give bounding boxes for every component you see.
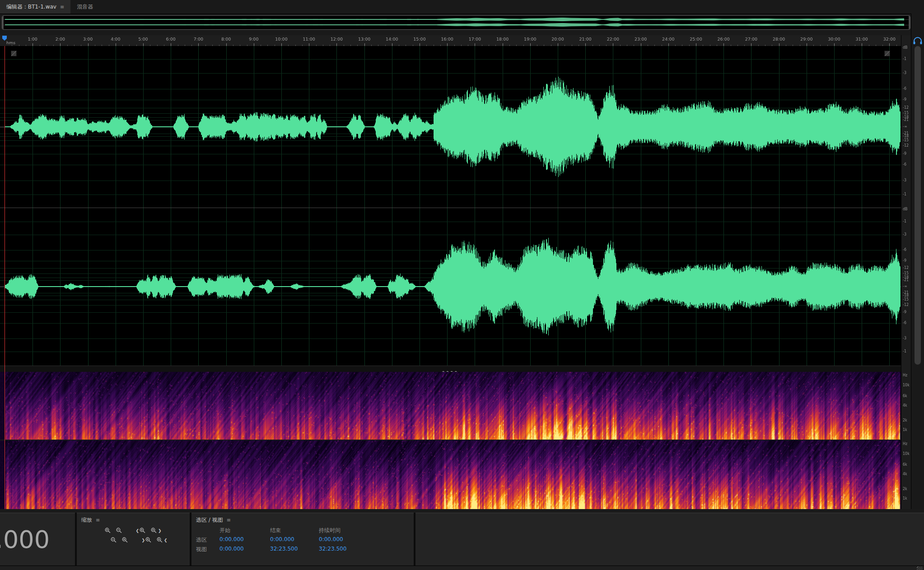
scale-label: Hz — [903, 374, 907, 377]
column-end: 结束 — [270, 527, 319, 534]
ruler-tick-label: 18:00 — [495, 37, 510, 42]
scale-label: -6 — [903, 163, 906, 167]
view-start-value[interactable]: 0:00.000 — [219, 546, 270, 553]
ruler-tick-label: 17:00 — [467, 37, 482, 42]
scale-column: dB-1-1-3-3-6-6-9-9-12-12-15-15-18-18-21-… — [901, 35, 911, 509]
zoom-out-full-icon[interactable] — [109, 536, 119, 544]
panel-menu-icon[interactable]: ≡ — [227, 517, 231, 523]
ruler-tick-label: 16:00 — [440, 37, 454, 42]
scale-label: dB — [903, 208, 908, 211]
ruler-tick-label: 1:00 — [25, 37, 40, 42]
tab-mixer-label: 混音器 — [77, 3, 93, 11]
scale-label: -12 — [903, 266, 909, 270]
headphones-icon[interactable] — [913, 37, 923, 47]
ruler-tick-label: 13:00 — [357, 37, 372, 42]
ruler-tick-label: 15:00 — [412, 37, 427, 42]
scale-label: -1 — [903, 193, 906, 196]
scale-label: -21 — [903, 132, 909, 135]
scale-label: 2k — [903, 419, 907, 422]
ruler-tick-label: 10:00 — [274, 37, 289, 42]
tab-editor[interactable]: 编辑器 : BT1-1.wav ≡ — [0, 0, 70, 14]
column-start: 开始 — [219, 527, 270, 534]
selection-duration-value[interactable]: 0:00.000 — [319, 536, 373, 544]
scrollbar-thumb[interactable] — [915, 46, 921, 365]
panel-menu-icon[interactable]: ≡ — [96, 517, 100, 523]
overview-waveform-canvas — [2, 16, 909, 28]
zoom-panel-title: 缩放 — [81, 516, 92, 524]
scale-label: -21 — [903, 118, 909, 122]
time-display-panel: 0:00.000 — [0, 513, 75, 565]
selection-panel-title: 选区 / 视图 — [196, 516, 223, 524]
corner-grip-icon[interactable] — [11, 51, 17, 56]
zoom-in-right-edge-icon[interactable]: ❯ — [149, 527, 163, 534]
ruler-tick-label: 2:00 — [53, 37, 67, 42]
scale-label: -6 — [903, 248, 906, 252]
ruler-tick-label: 14:00 — [385, 37, 399, 42]
scale-label: -12 — [903, 303, 909, 307]
scale-label: -9 — [903, 98, 906, 102]
ruler-tick-label: 19:00 — [523, 37, 537, 42]
scale-label: 10k — [903, 452, 910, 456]
panel-menu-icon[interactable]: ≡ — [60, 4, 64, 10]
ruler-tick-label: 30:00 — [827, 37, 841, 42]
overview-strip[interactable] — [2, 15, 910, 30]
ruler-tick-label: 5:00 — [136, 37, 150, 42]
scale-label: -3 — [903, 233, 906, 236]
scale-label: -15 — [903, 298, 909, 301]
zoom-selection-in-icon[interactable]: ❯ — [140, 536, 154, 544]
timeline-ruler[interactable]: hms 1:002:003:004:005:006:007:008:009:00… — [0, 35, 901, 46]
scale-label: dB — [903, 46, 908, 50]
view-duration-value[interactable]: 32:23.500 — [319, 546, 373, 553]
column-duration: 持续时间 — [319, 527, 373, 534]
scale-label: -3 — [903, 71, 906, 75]
ruler-tick-label: 21:00 — [578, 37, 593, 42]
scale-label: 4k — [903, 473, 907, 476]
tab-bar: 编辑器 : BT1-1.wav ≡ 混音器 — [0, 0, 924, 14]
waveform-display[interactable] — [0, 46, 901, 366]
scale-label: -3 — [903, 179, 906, 182]
selection-end-value[interactable]: 0:00.000 — [270, 536, 319, 544]
ruler-tick-label: 29:00 — [799, 37, 814, 42]
ruler-tick-label: 7:00 — [191, 37, 205, 42]
current-time-display[interactable]: 0:00.000 — [0, 525, 50, 554]
resize-grip-icon[interactable] — [917, 566, 923, 570]
spectrogram-left[interactable] — [0, 372, 901, 440]
zoom-in-icon[interactable] — [103, 527, 113, 534]
zoom-in-left-edge-icon[interactable]: ❮ — [134, 527, 148, 534]
zoom-selection-out-icon[interactable]: ❮ — [155, 536, 169, 544]
ruler-tick-label: 26:00 — [716, 37, 731, 42]
ruler-tick-label: 9:00 — [247, 37, 261, 42]
scale-label: Hz — [903, 442, 907, 446]
spectrogram-right[interactable] — [0, 440, 901, 509]
zoom-out-icon[interactable] — [115, 527, 124, 534]
ruler-tick-label: 28:00 — [772, 37, 786, 42]
selection-view-table: 开始 结束 持续时间 选区 0:00.000 0:00.000 0:00.000… — [196, 527, 414, 553]
ruler-tick-label: 20:00 — [551, 37, 565, 42]
scale-label: -3 — [903, 337, 906, 340]
tab-mixer[interactable]: 混音器 — [70, 0, 99, 14]
status-bar — [0, 565, 924, 570]
scale-label: -1 — [903, 220, 906, 223]
ruler-tick-label: 32:00 — [882, 37, 896, 42]
bottom-panel-row: 0:00.000 缩放 ≡ ❮❯❯❮ 选区 / 视图 ≡ 开始 结束 持续时间 … — [0, 513, 924, 565]
ruler-tick-label: 27:00 — [744, 37, 758, 42]
vertical-scrollbar[interactable] — [911, 14, 924, 509]
zoom-panel: 缩放 ≡ ❮❯❯❮ — [77, 513, 190, 565]
ruler-tick-label: 3:00 — [81, 37, 95, 42]
scale-label: 6k — [903, 463, 907, 467]
scale-label: -1 — [903, 57, 906, 61]
selection-start-value[interactable]: 0:00.000 — [219, 536, 270, 544]
ruler-tick-label: 6:00 — [163, 37, 178, 42]
scale-label: 4k — [903, 404, 907, 408]
scale-label: -21 — [903, 278, 909, 282]
corner-grip-icon[interactable] — [884, 51, 890, 56]
selection-view-panel: 选区 / 视图 ≡ 开始 结束 持续时间 选区 0:00.000 0:00.00… — [191, 513, 414, 565]
tab-editor-label: 编辑器 : BT1-1.wav — [6, 3, 56, 11]
zoom-amplitude-icon[interactable] — [121, 536, 130, 544]
ruler-unit-label: hms — [6, 40, 15, 45]
playhead-line[interactable] — [5, 46, 5, 509]
ruler-tick-label: 4:00 — [108, 37, 123, 42]
scale-label: -9 — [903, 259, 906, 263]
ruler-tick-label: 24:00 — [661, 37, 676, 42]
view-end-value[interactable]: 32:23.500 — [270, 546, 319, 553]
